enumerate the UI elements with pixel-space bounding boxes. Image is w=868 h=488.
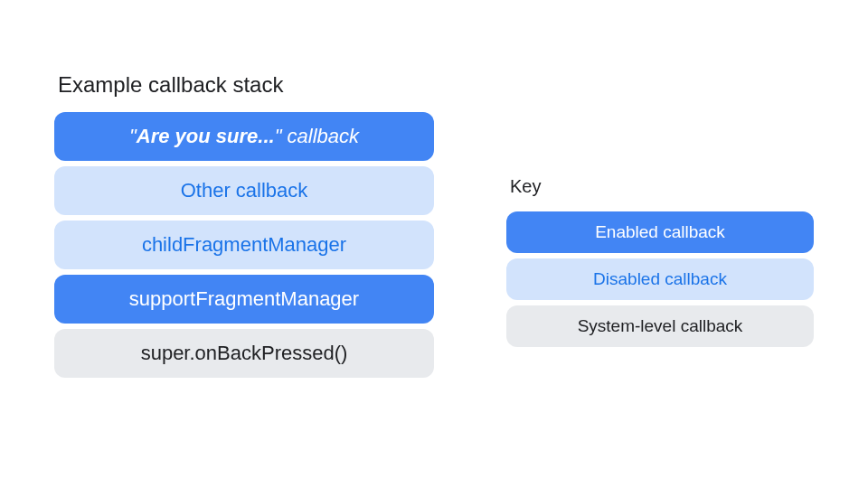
stack-title: Example callback stack — [54, 72, 434, 98]
stack-item-other: Other callback — [54, 166, 434, 215]
legend-section: Key Enabled callback Disabled callback S… — [506, 176, 814, 347]
legend-list: Enabled callback Disabled callback Syste… — [506, 211, 814, 347]
stack-item-are-you-sure: "Are you sure..." callback — [54, 112, 434, 161]
stack-item-child-fragment: childFragmentManager — [54, 221, 434, 269]
legend-system: System-level callback — [506, 305, 814, 347]
legend-disabled: Disabled callback — [506, 258, 814, 300]
legend-title: Key — [506, 176, 814, 197]
diagram-container: Example callback stack "Are you sure..."… — [0, 0, 868, 450]
legend-enabled: Enabled callback — [506, 211, 814, 253]
quote-suffix: " callback — [275, 125, 359, 147]
quote-prefix: " — [129, 125, 137, 147]
stack-item-super-back: super.onBackPressed() — [54, 329, 434, 378]
callback-stack-section: Example callback stack "Are you sure..."… — [54, 72, 434, 378]
quote-emphasis: Are you sure... — [137, 125, 275, 147]
callback-stack: "Are you sure..." callback Other callbac… — [54, 112, 434, 378]
stack-item-support-fragment: supportFragmentManager — [54, 275, 434, 324]
